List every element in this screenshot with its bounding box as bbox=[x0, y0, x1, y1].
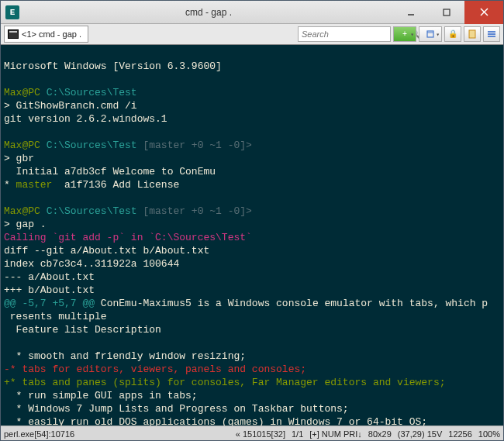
prompt-path: C:\Sources\Test bbox=[47, 140, 137, 151]
terminal-output[interactable]: Microsoft Windows [Version 6.3.9600] Max… bbox=[1, 45, 503, 425]
new-console-button[interactable]: + bbox=[393, 26, 416, 42]
status-size: 80x29 bbox=[368, 429, 392, 439]
menu-icon bbox=[487, 30, 496, 38]
tab-console[interactable]: <1> cmd - gap . bbox=[4, 26, 88, 43]
branch: master bbox=[10, 179, 53, 191]
diff-ctx: resents multiple bbox=[4, 311, 107, 322]
svg-rect-1 bbox=[444, 9, 450, 16]
diff-del: -* tabs for editors, viewers, panels and… bbox=[4, 363, 306, 375]
diff-ctx: Feature list Description bbox=[4, 324, 161, 336]
lock-button[interactable]: 🔒 bbox=[444, 26, 461, 42]
prompt-path: C:\Sources\Test bbox=[47, 205, 137, 217]
diff-ctx bbox=[4, 337, 10, 349]
diff-ctx: * Windows 7 Jump Lists and Progress on T… bbox=[4, 403, 349, 415]
console-icon bbox=[8, 29, 19, 39]
maximize-button[interactable] bbox=[429, 1, 464, 24]
status-cursor: (37,29) 15V bbox=[398, 429, 442, 439]
command: > GitShowBranch.cmd /i bbox=[4, 100, 137, 112]
diff-ctx: * smooth and friendly window resizing; bbox=[4, 350, 246, 362]
diff-ctx: * easily run old DOS applications (games… bbox=[4, 416, 427, 425]
output: git version 2.6.2.windows.1 bbox=[4, 113, 167, 125]
prompt-user: Max@PC bbox=[4, 205, 40, 217]
window-titlebar: E cmd - gap . bbox=[1, 1, 503, 24]
diff-header: +++ b/About.txt bbox=[4, 284, 95, 296]
output: a1f7136 Add License bbox=[52, 179, 179, 191]
star: * bbox=[4, 179, 10, 191]
statusbar: perl.exe[54]:10716 « 151015[32] 1/1 [+] … bbox=[1, 425, 503, 441]
status-flags: [+] NUM PRI↓ bbox=[309, 429, 362, 439]
window-buttons bbox=[393, 1, 503, 24]
diff-header: index cb7c3c4..311922a 100644 bbox=[4, 258, 179, 270]
tab-label: <1> cmd - gap . bbox=[22, 29, 81, 39]
status-pid: 12256 bbox=[448, 429, 472, 439]
diff-ctx: * run simple GUI apps in tabs; bbox=[4, 390, 198, 401]
line: Microsoft Windows [Version 6.3.9600] bbox=[4, 60, 222, 72]
output: Initial a7db3cf Welcome to ConEmu bbox=[4, 166, 216, 177]
status-zoom: 100% bbox=[478, 429, 500, 439]
app-icon: E bbox=[5, 5, 19, 19]
svg-rect-4 bbox=[427, 31, 433, 37]
status-process: perl.exe[54]:10716 bbox=[4, 429, 74, 439]
command: > gap . bbox=[4, 219, 47, 230]
output: Calling `git add -p` in `C:\Sources\Test… bbox=[4, 232, 252, 243]
hunk-header: @@ -5,7 +5,7 @@ bbox=[4, 298, 95, 309]
window-icon bbox=[426, 30, 434, 38]
scroll-icon bbox=[468, 29, 477, 39]
window-menu-button[interactable] bbox=[419, 26, 442, 42]
search-box[interactable]: 🔍 bbox=[298, 26, 391, 42]
prompt-branch: [master +0 ~1 -0]> bbox=[137, 205, 252, 217]
window-title: cmd - gap . bbox=[24, 7, 393, 18]
hunk-header-ctx: ConEmu-Maximus5 is a Windows console emu… bbox=[95, 298, 488, 309]
close-button[interactable] bbox=[464, 1, 503, 24]
diff-header: --- a/About.txt bbox=[4, 271, 95, 283]
scroll-button[interactable] bbox=[464, 26, 481, 42]
status-pos: 1/1 bbox=[292, 429, 303, 439]
minimize-button[interactable] bbox=[393, 1, 429, 24]
diff-add: +* tabs and panes (splits) for consoles,… bbox=[4, 377, 446, 388]
menu-button[interactable] bbox=[483, 26, 500, 42]
command: > gbr bbox=[4, 153, 34, 164]
status-mem: « 151015[32] bbox=[236, 429, 285, 439]
svg-rect-6 bbox=[469, 30, 475, 38]
tab-bar: <1> cmd - gap . 🔍 + 🔒 bbox=[1, 24, 503, 45]
prompt-branch: [master +0 ~1 -0]> bbox=[137, 140, 252, 151]
prompt-path: C:\Sources\Test bbox=[47, 87, 137, 98]
prompt-user: Max@PC bbox=[4, 140, 40, 151]
diff-header: diff --git a/About.txt b/About.txt bbox=[4, 245, 209, 257]
prompt-user: Max@PC bbox=[4, 87, 40, 98]
